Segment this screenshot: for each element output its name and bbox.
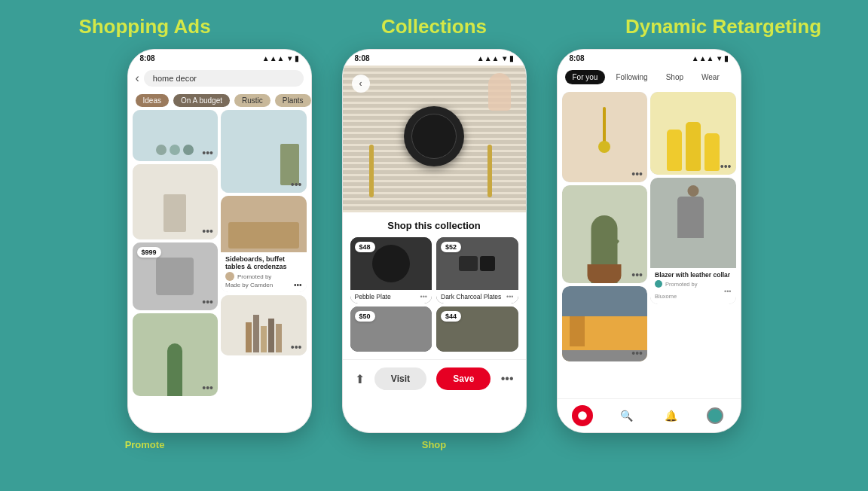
tab-wear[interactable]: Wear [694, 70, 727, 84]
pin-card-2[interactable]: ••• [133, 164, 219, 239]
signal-icon-2: ▲▲▲ [477, 54, 500, 63]
status-bar-3: 8:08 ▲▲▲ ▾ ▮ [558, 50, 741, 66]
retarget-grid: ••• ••• [558, 92, 741, 361]
status-bar-2: 8:08 ▲▲▲ ▾ ▮ [343, 50, 526, 66]
tab-shop[interactable]: Shop [659, 70, 691, 84]
bottom-nav: 🔍 🔔 [558, 398, 741, 427]
back-button[interactable]: ‹ [136, 72, 139, 85]
price-1: $48 [355, 242, 375, 252]
product-bottom-2: Dark Charcoal Plates ••• [436, 290, 518, 303]
pin-dots-3[interactable]: ••• [202, 297, 213, 307]
profile-nav-icon[interactable] [704, 405, 726, 426]
search-input[interactable]: home decor [144, 70, 304, 87]
chip-rustic[interactable]: Rustic [234, 94, 270, 107]
section-headers: Shopping Ads Collections Dynamic Retarge… [0, 15, 868, 38]
wifi-icon: ▾ [288, 54, 292, 63]
product-cell-4[interactable]: $44 [436, 306, 518, 352]
phone-dynamic-retargeting: 8:08 ▲▲▲ ▾ ▮ For you Following Shop Wear [557, 49, 741, 433]
bottom-label-3 [631, 439, 816, 450]
status-icons-2: ▲▲▲ ▾ ▮ [477, 54, 514, 63]
save-button[interactable]: Save [436, 367, 491, 390]
collections-title: Collections [306, 15, 562, 38]
pin-dots-2[interactable]: ••• [202, 226, 213, 236]
collection-back-btn[interactable]: ‹ [352, 75, 370, 93]
rt-card-lemonade[interactable]: ••• [650, 92, 736, 175]
time-1: 8:08 [140, 54, 155, 63]
phone2-content: ‹ Shop this collection $48 [343, 66, 526, 427]
blazer-title: Blazer with leather collar [655, 271, 732, 279]
signal-icon-3: ▲▲▲ [692, 54, 714, 63]
share-icon[interactable]: ⬆ [355, 372, 365, 386]
masonry-grid: ••• ••• $999 ••• [128, 110, 311, 399]
promo-by-row: Promoted by [225, 272, 302, 281]
product-dots-2[interactable]: ••• [506, 293, 513, 300]
phone-collections: 8:08 ▲▲▲ ▾ ▮ ‹ Sh [342, 49, 527, 433]
shop-title: Shop this collection [350, 220, 518, 231]
rt-dots-2[interactable]: ••• [631, 270, 643, 280]
chip-ideas[interactable]: Ideas [136, 94, 169, 107]
phone-shopping-ads: 8:08 ▲▲▲ ▾ ▮ ‹ home decor Ideas On A bud… [127, 49, 312, 433]
chip-budget[interactable]: On A budget [173, 94, 230, 107]
price-2: $52 [441, 242, 461, 252]
pin-card-1[interactable]: ••• [133, 110, 219, 161]
rt-dots-r1[interactable]: ••• [720, 161, 732, 172]
wifi-icon-2: ▾ [503, 54, 506, 63]
rt-card-blazer[interactable]: Blazer with leather collar Promoted by B… [650, 178, 736, 304]
product-cell-3[interactable]: $50 [350, 306, 432, 352]
tab-bar: For you Following Shop Wear [558, 66, 741, 89]
collection-hero: ‹ [343, 66, 526, 212]
time-3: 8:08 [570, 54, 585, 63]
pin-card-4[interactable]: ••• [133, 313, 219, 396]
maker-name: Made by Camden [225, 282, 273, 288]
tab-following[interactable]: Following [608, 70, 655, 84]
chip-plants[interactable]: Plants [275, 94, 311, 107]
pin-dots-r1[interactable]: ••• [291, 179, 302, 190]
status-icons-3: ▲▲▲ ▾ ▮ [692, 54, 729, 63]
pin-dots-4[interactable]: ••• [202, 383, 213, 393]
rt-card-building[interactable]: ••• [562, 286, 648, 361]
product-bottom-1: Pebble Plate ••• [350, 290, 432, 303]
battery-icon: ▮ [295, 54, 299, 63]
phones-row: 8:08 ▲▲▲ ▾ ▮ ‹ home decor Ideas On A bud… [127, 49, 741, 433]
product-name-row-1: Pebble Plate ••• [355, 293, 428, 300]
bluxome-avatar [655, 280, 662, 288]
promoted-by-label: Promoted by [237, 273, 271, 280]
rt-card-earrings[interactable]: ••• [562, 92, 648, 182]
pinterest-home-icon[interactable] [572, 405, 593, 426]
product-dots-1[interactable]: ••• [420, 293, 427, 300]
pin-card-r2[interactable]: Sideboards, buffet tables & credenzas Pr… [221, 196, 307, 292]
battery-icon-2: ▮ [509, 54, 514, 63]
pin-dots-r3[interactable]: ••• [291, 342, 302, 352]
maker-row: Made by Camden ••• [225, 281, 302, 289]
status-bar-1: 8:08 ▲▲▲ ▾ ▮ [128, 50, 311, 66]
pin-card-3[interactable]: $999 ••• [133, 242, 219, 310]
promo-info: Sideboards, buffet tables & credenzas Pr… [221, 252, 307, 292]
status-icons-1: ▲▲▲ ▾ ▮ [262, 54, 299, 63]
blazer-dots[interactable]: ••• [724, 288, 731, 295]
rt-dots-3[interactable]: ••• [631, 348, 643, 358]
pin-card-r3[interactable]: ••• [221, 295, 307, 355]
battery-icon-3: ▮ [724, 54, 729, 63]
search-bar: ‹ home decor [128, 66, 311, 91]
product-cell-1[interactable]: $48 Pebble Plate ••• [350, 237, 432, 303]
pin-card-r1[interactable]: ••• [221, 110, 307, 193]
rt-dots-1[interactable]: ••• [631, 169, 643, 179]
wifi-icon-3: ▾ [717, 54, 721, 63]
bottom-labels: Promote Shop [0, 439, 868, 450]
visit-button[interactable]: Visit [374, 367, 426, 390]
rt-card-cactus[interactable]: ••• [562, 185, 648, 283]
product-cell-2[interactable]: $52 Dark Charcoal Plates ••• [436, 237, 518, 303]
product-grid-2: $50 $44 [350, 306, 518, 352]
blazer-promo-info: Blazer with leather collar Promoted by B… [650, 268, 736, 304]
promo-avatar [225, 272, 234, 281]
tab-for-you[interactable]: For you [565, 70, 606, 84]
bell-nav-icon[interactable]: 🔔 [660, 405, 681, 426]
product-name-2: Dark Charcoal Plates [441, 293, 501, 300]
more-icon[interactable]: ••• [501, 372, 514, 386]
blazer-brand: Bluxome [655, 293, 677, 300]
search-nav-icon[interactable]: 🔍 [616, 405, 637, 426]
price-4: $44 [441, 311, 461, 322]
product-name-row-2: Dark Charcoal Plates ••• [441, 293, 514, 300]
pin-dots-1[interactable]: ••• [202, 148, 213, 158]
promo-dots[interactable]: ••• [294, 281, 302, 289]
